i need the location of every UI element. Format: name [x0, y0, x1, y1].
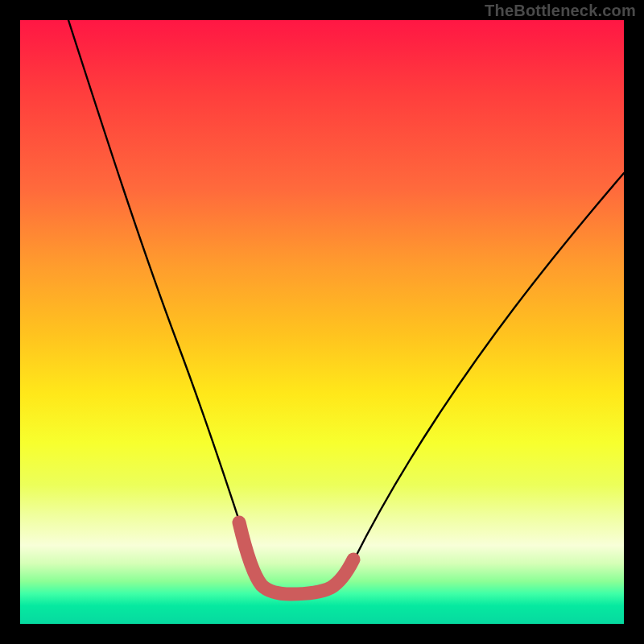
bottleneck-curve	[68, 20, 624, 594]
valley-highlight	[239, 522, 353, 594]
watermark-text: TheBottleneck.com	[485, 2, 636, 20]
chart-frame: TheBottleneck.com	[0, 0, 644, 644]
chart-plot-area	[20, 20, 624, 624]
chart-svg	[20, 20, 624, 624]
